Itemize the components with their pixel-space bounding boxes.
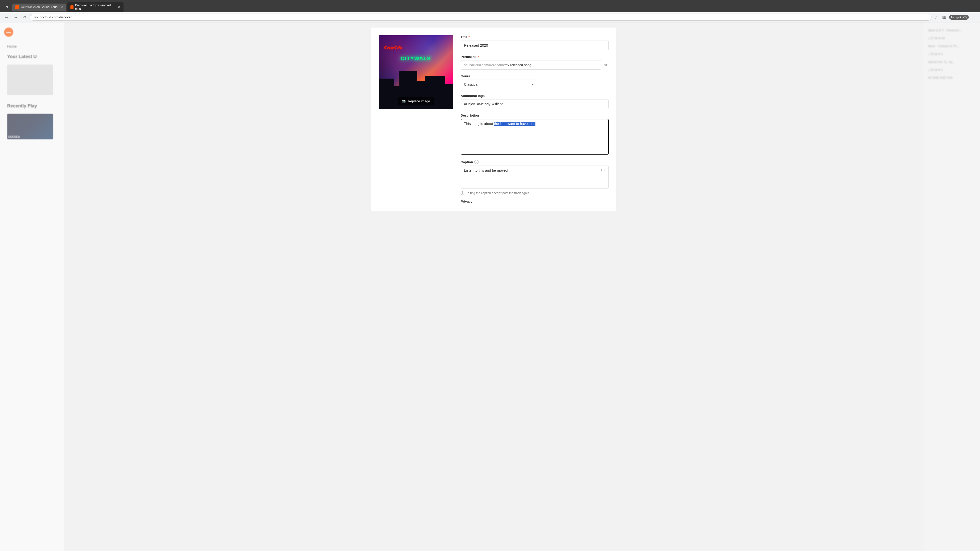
forward-button[interactable]: → (12, 14, 19, 21)
new-tab-button[interactable]: + (124, 4, 132, 11)
caption-field-group: Caption ? Listen to this and be moved. 1… (461, 160, 609, 195)
permalink-slug: my-released-song (505, 63, 531, 67)
track-image: Coca-Cola CITYWALK 📷 Repl (379, 35, 453, 109)
permalink-row: soundcloud.com/a24beaba/my-released-song… (461, 60, 609, 70)
camera-icon: 📷 (402, 99, 406, 103)
right-item-7: HI TIHE AND TIHI (928, 74, 976, 82)
genre-select[interactable]: Classical Electronic Hip-hop Pop Rock Ja… (461, 79, 537, 89)
nav-bar: ← → ↻ soundcloud.com/discover ☆ ▦ Incogn… (0, 12, 980, 22)
form-fields: Title * Permalink * soundcloud.com/a24be… (461, 35, 609, 203)
form-panel: Coca-Cola CITYWALK 📷 Repl (371, 27, 616, 211)
right-item-1: dlash & D.T - Dreamse... (928, 27, 976, 35)
title-input[interactable] (461, 41, 609, 50)
permalink-edit-button[interactable]: ✏ (603, 62, 609, 68)
tags-field-group: Additional tags (461, 94, 609, 109)
incognito-badge[interactable]: Incognito (2) (949, 15, 969, 20)
right-item-5: odcast Vol. 1) - by... (928, 58, 976, 66)
replace-image-button[interactable]: 📷 Replace image (398, 97, 434, 105)
odesa-label: ODESEA (8, 135, 20, 138)
image-section: Coca-Cola CITYWALK 📷 Repl (379, 35, 453, 203)
caption-char-count: 112 (600, 168, 606, 171)
right-item-4: ♩ 25.4k ♥ 1 (928, 50, 976, 58)
tab-2[interactable]: Discover the top streamed mus... ✕ (67, 2, 124, 12)
caption-info-icon: ℹ (461, 191, 464, 195)
album-thumb-1 (7, 65, 53, 95)
description-field-group: Description This song is about the life … (461, 114, 609, 156)
caption-container: Listen to this and be moved. 112 (461, 165, 609, 189)
tab-2-label: Discover the top streamed mus... (75, 3, 115, 11)
tab-1-label: Your tracks on SoundCloud (21, 5, 58, 9)
caption-help-icon[interactable]: ? (474, 160, 479, 164)
tags-input[interactable] (461, 99, 609, 109)
split-view-button[interactable]: ▦ (941, 14, 947, 21)
permalink-label: Permalink * (461, 55, 609, 59)
genre-label: Genre (461, 74, 609, 78)
browser-chrome: ▼ Your tracks on SoundCloud ✕ Discover t… (0, 0, 980, 12)
latest-upload-label: Your Latest U (4, 51, 60, 62)
recently-played-label: Recently Play (4, 100, 60, 112)
permalink-field-group: Permalink * soundcloud.com/a24beaba/my-r… (461, 55, 609, 70)
right-panel: dlash & D.T - Dreamse... ♩ 27.5k ♥ 49 Ne… (924, 22, 980, 551)
menu-button[interactable]: ⋮ (971, 14, 977, 21)
tags-label: Additional tags (461, 94, 609, 98)
soundcloud-favicon-2 (70, 5, 73, 9)
tab-list-button[interactable]: ▼ (3, 4, 11, 11)
bookmark-button[interactable]: ☆ (934, 14, 939, 21)
tab-2-close[interactable]: ✕ (118, 5, 121, 9)
title-required-star: * (469, 35, 470, 39)
permalink-text: soundcloud.com/a24beaba/my-released-song (461, 60, 601, 70)
citywalk-sign: CITYWALK (401, 56, 431, 62)
nav-actions: ☆ ▦ Incognito (2) ⋮ (934, 14, 977, 21)
privacy-label: Privacy: (461, 200, 609, 203)
back-button[interactable]: ← (3, 14, 10, 21)
caption-note: ℹ Editing the caption doesn't post the t… (461, 191, 609, 195)
description-label: Description (461, 114, 609, 118)
description-container: This song is about the life I want to ha… (461, 119, 609, 156)
coca-cola-sign: Coca-Cola (384, 45, 402, 49)
right-item-2: ♩ 27.5k ♥ 49 (928, 35, 976, 42)
caption-textarea[interactable]: Listen to this and be moved. (461, 165, 609, 189)
permalink-base: soundcloud.com/a24beaba/ (464, 63, 505, 67)
reload-button[interactable]: ↻ (21, 14, 28, 21)
left-sidebar: Home Your Latest U Recently Play ODESEA (0, 22, 64, 551)
caption-label: Caption (461, 160, 473, 164)
permalink-required-star: * (477, 55, 479, 59)
title-field-group: Title * (461, 35, 609, 50)
right-item-6: ♩ 25.4k ♥ 1 (928, 66, 976, 74)
description-textarea[interactable]: This song is about the life I want to ha… (461, 119, 609, 155)
tab-1-close[interactable]: ✕ (60, 5, 63, 9)
address-text: soundcloud.com/discover (34, 15, 927, 19)
album-thumb-2: ODESEA (7, 114, 53, 139)
tab-1[interactable]: Your tracks on SoundCloud ✕ (12, 3, 66, 11)
replace-image-label: Replace image (408, 99, 430, 103)
address-bar[interactable]: soundcloud.com/discover (30, 14, 932, 21)
title-label: Title * (461, 35, 609, 39)
caption-header: Caption ? (461, 160, 609, 164)
main-content: Coca-Cola CITYWALK 📷 Repl (64, 22, 924, 551)
page-wrapper: Home Your Latest U Recently Play ODESEA … (0, 22, 980, 551)
soundcloud-logo (4, 27, 60, 37)
soundcloud-favicon-1 (15, 5, 19, 9)
genre-field-group: Genre Classical Electronic Hip-hop Pop R… (461, 74, 609, 89)
sidebar-home[interactable]: Home (4, 42, 60, 51)
caption-note-text: Editing the caption doesn't post the tra… (466, 191, 530, 195)
right-item-3: Neon - 'Colours in Th... (928, 42, 976, 50)
tab-bar: ▼ Your tracks on SoundCloud ✕ Discover t… (3, 2, 977, 12)
building-6 (443, 84, 453, 109)
